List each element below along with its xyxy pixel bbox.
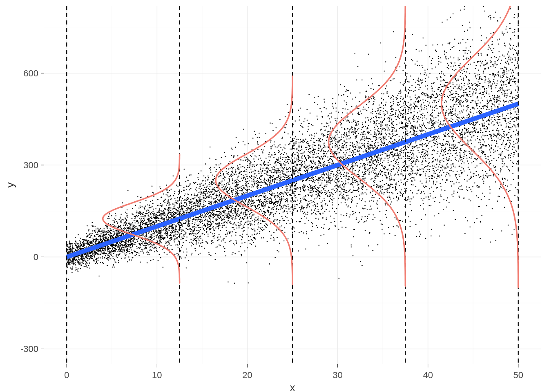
svg-point-4051: [275, 195, 277, 196]
svg-point-9254: [260, 179, 261, 180]
svg-point-9430: [386, 176, 387, 177]
svg-point-7535: [73, 257, 74, 258]
svg-point-9344: [115, 246, 116, 247]
svg-point-9579: [491, 117, 493, 118]
svg-point-7704: [81, 258, 82, 259]
svg-point-6590: [223, 223, 224, 224]
svg-point-9811: [274, 196, 276, 198]
svg-point-9521: [493, 65, 495, 66]
svg-point-4817: [280, 199, 281, 200]
svg-point-2906: [335, 139, 337, 140]
svg-point-9424: [77, 246, 78, 247]
svg-point-2600: [88, 265, 89, 266]
svg-point-1472: [452, 181, 453, 183]
svg-point-5747: [313, 154, 315, 155]
svg-point-2462: [449, 175, 451, 176]
svg-point-5580: [351, 198, 353, 200]
svg-point-7125: [290, 194, 291, 195]
svg-point-4212: [348, 90, 349, 91]
svg-point-8824: [173, 195, 174, 196]
svg-point-9446: [161, 232, 162, 234]
svg-point-8593: [420, 130, 421, 131]
svg-point-4364: [96, 259, 97, 261]
svg-point-9456: [498, 174, 499, 176]
svg-point-8535: [370, 179, 372, 180]
svg-point-4047: [214, 210, 215, 212]
svg-point-7048: [154, 232, 155, 233]
svg-point-4671: [361, 113, 362, 114]
svg-point-4333: [511, 234, 513, 235]
svg-point-2180: [421, 127, 422, 129]
svg-point-9468: [125, 246, 126, 247]
svg-point-9016: [249, 189, 250, 190]
svg-point-423: [146, 213, 147, 214]
svg-point-7267: [332, 179, 333, 180]
svg-point-7835: [153, 222, 154, 223]
svg-point-6430: [336, 144, 337, 145]
svg-point-6754: [254, 219, 256, 220]
svg-point-7309: [263, 206, 264, 207]
svg-point-2069: [312, 178, 313, 179]
svg-point-6034: [168, 217, 169, 218]
svg-point-1682: [513, 121, 515, 122]
svg-point-2784: [152, 203, 154, 204]
svg-point-9829: [199, 236, 200, 238]
svg-point-9569: [234, 222, 235, 223]
svg-point-9887: [158, 211, 159, 212]
svg-point-6739: [288, 163, 289, 164]
svg-point-5697: [424, 105, 426, 106]
svg-point-4000: [360, 183, 361, 184]
svg-point-9244: [210, 222, 211, 223]
svg-point-2383: [271, 212, 272, 213]
svg-point-8699: [176, 203, 178, 204]
svg-point-3025: [439, 156, 440, 157]
svg-point-6399: [453, 93, 454, 94]
svg-point-8846: [392, 95, 393, 96]
svg-point-2475: [514, 35, 516, 36]
svg-point-8622: [466, 110, 467, 111]
svg-point-9441: [239, 225, 241, 226]
svg-point-371: [497, 150, 498, 151]
svg-point-900: [378, 128, 379, 129]
svg-point-6258: [218, 190, 219, 191]
svg-point-139: [356, 122, 357, 124]
svg-point-8249: [118, 231, 119, 232]
svg-point-4452: [466, 58, 467, 59]
svg-point-3013: [144, 248, 145, 249]
svg-point-4901: [385, 104, 386, 105]
svg-point-599: [493, 48, 495, 49]
svg-point-5913: [336, 153, 337, 154]
svg-point-6411: [92, 252, 93, 254]
svg-point-1111: [462, 118, 463, 119]
svg-point-6505: [78, 249, 79, 251]
svg-point-7505: [512, 126, 513, 127]
svg-point-6637: [224, 214, 225, 215]
svg-point-7046: [270, 198, 272, 199]
svg-point-1756: [493, 165, 495, 167]
svg-point-8181: [342, 185, 343, 186]
svg-point-4456: [321, 205, 322, 206]
svg-point-7734: [88, 256, 89, 257]
svg-point-3004: [328, 125, 330, 127]
svg-point-3663: [176, 215, 178, 216]
svg-point-5247: [188, 198, 189, 199]
svg-point-4933: [272, 167, 273, 168]
svg-point-1749: [375, 111, 376, 112]
svg-point-4039: [178, 241, 179, 242]
svg-point-2497: [246, 185, 247, 186]
svg-point-5134: [408, 158, 409, 159]
svg-point-7665: [280, 158, 281, 159]
svg-point-7389: [367, 209, 368, 211]
svg-point-4821: [373, 96, 374, 97]
svg-point-1808: [489, 163, 490, 164]
svg-point-8305: [513, 147, 514, 148]
svg-point-3512: [459, 133, 460, 134]
svg-point-7700: [296, 167, 297, 169]
svg-point-6076: [303, 213, 304, 214]
svg-point-5965: [364, 147, 366, 148]
svg-point-7815: [202, 233, 203, 234]
svg-point-7231: [433, 100, 435, 101]
svg-point-9741: [502, 75, 504, 76]
svg-point-7652: [114, 250, 115, 251]
svg-point-7183: [291, 198, 292, 199]
